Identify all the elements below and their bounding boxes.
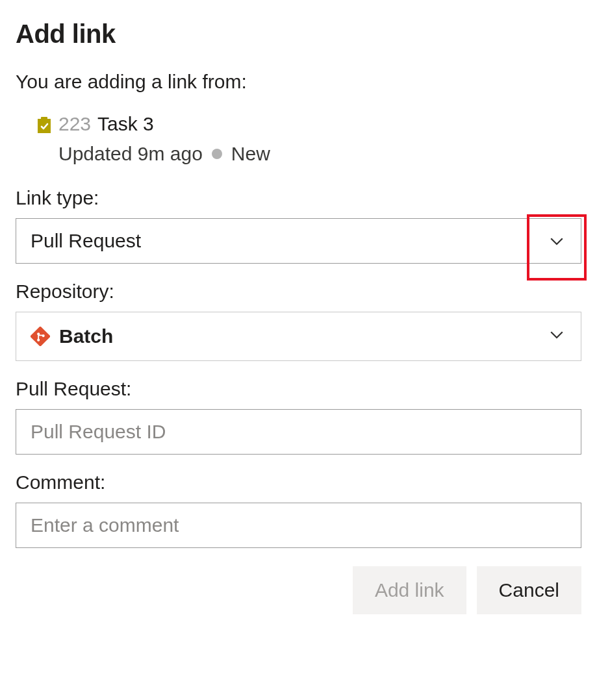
link-type-value: Pull Request <box>31 230 141 252</box>
state-dot-icon <box>212 149 222 159</box>
comment-input[interactable] <box>16 503 581 548</box>
work-item-state: New <box>231 143 270 165</box>
link-type-label: Link type: <box>16 187 581 209</box>
pull-request-input[interactable] <box>16 409 581 455</box>
comment-label: Comment: <box>16 471 581 494</box>
work-item-id: 223 <box>58 111 91 136</box>
chevron-down-icon <box>547 231 566 251</box>
lead-text: You are adding a link from: <box>16 71 581 93</box>
chevron-down-icon <box>547 325 566 349</box>
repository-label: Repository: <box>16 281 581 303</box>
git-repo-icon <box>31 327 50 346</box>
add-link-button[interactable]: Add link <box>353 566 466 614</box>
cancel-button[interactable]: Cancel <box>477 566 581 614</box>
pull-request-field: Pull Request: <box>16 378 581 455</box>
comment-field: Comment: <box>16 471 581 548</box>
repository-value: Batch <box>59 325 113 347</box>
work-item-line-2: Updated 9m ago New <box>36 143 581 165</box>
repository-field: Repository: Batch <box>16 281 581 361</box>
task-icon <box>36 115 52 133</box>
svg-rect-1 <box>41 117 47 121</box>
link-type-field: Link type: Pull Request <box>16 187 581 264</box>
work-item-updated: Updated 9m ago <box>58 143 203 165</box>
svg-rect-2 <box>31 327 50 346</box>
dialog-buttons: Add link Cancel <box>16 566 581 614</box>
dialog-title: Add link <box>16 19 581 49</box>
add-link-dialog: Add link You are adding a link from: 223… <box>0 0 597 630</box>
work-item-summary: 223 Task 3 Updated 9m ago New <box>16 111 581 165</box>
repository-select[interactable]: Batch <box>16 312 581 361</box>
work-item-line-1: 223 Task 3 <box>36 111 581 136</box>
link-type-select[interactable]: Pull Request <box>16 218 581 264</box>
work-item-name: Task 3 <box>97 111 154 136</box>
svg-rect-0 <box>38 119 51 133</box>
pull-request-label: Pull Request: <box>16 378 581 400</box>
